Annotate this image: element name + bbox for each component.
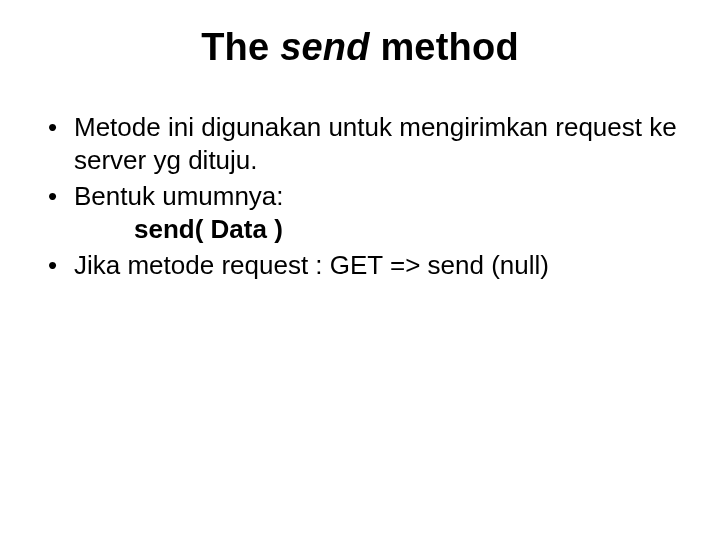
title-suffix: method [370, 26, 519, 68]
bullet-text: Metode ini digunakan untuk mengirimkan r… [74, 112, 677, 175]
bullet-text: Bentuk umumnya: [74, 181, 284, 211]
slide-title: The send method [40, 26, 680, 69]
title-emphasis: send [280, 26, 370, 68]
bullet-item: Metode ini digunakan untuk mengirimkan r… [48, 111, 680, 176]
slide-body: Metode ini digunakan untuk mengirimkan r… [40, 111, 680, 282]
bullet-indent-text: send( Data ) [74, 213, 680, 246]
bullet-item: Bentuk umumnya: send( Data ) [48, 180, 680, 245]
bullet-text: Jika metode request : GET => send (null) [74, 250, 549, 280]
title-prefix: The [201, 26, 280, 68]
bullet-item: Jika metode request : GET => send (null) [48, 249, 680, 282]
